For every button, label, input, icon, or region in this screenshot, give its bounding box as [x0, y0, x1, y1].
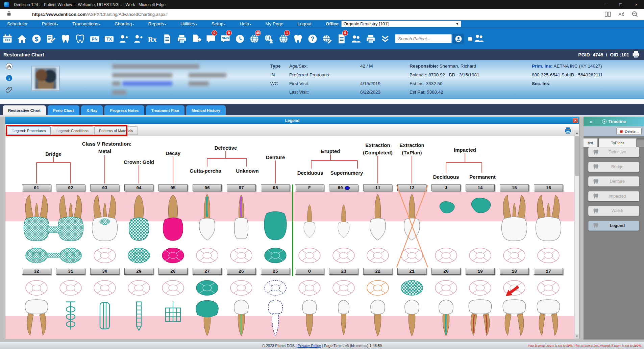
tooth-04[interactable]: [122, 193, 156, 245]
url-text[interactable]: https://www.denticon.com/ASPX/Charting/A…: [32, 12, 168, 17]
toolbar-add-account-icon[interactable]: [131, 31, 145, 46]
menu-item-utilities[interactable]: Utilities ▾: [173, 21, 204, 26]
sidebar-collapse-icon[interactable]: «: [590, 119, 592, 124]
print-page-icon[interactable]: [632, 50, 640, 59]
toolbar-tooth-chart-icon[interactable]: [58, 31, 73, 46]
tooth-number-16[interactable]: 16: [534, 184, 563, 191]
office-select[interactable]: Organic Dentistry [101] ▼: [341, 21, 461, 27]
tooth-number-30[interactable]: 30: [90, 268, 119, 275]
menu-item-patient[interactable]: Patient ▾: [35, 21, 65, 26]
tooth-number-04[interactable]: 04: [124, 184, 153, 191]
tooth-16[interactable]: [531, 193, 565, 245]
tooth-11[interactable]: [361, 193, 395, 245]
occlusal-23[interactable]: [332, 279, 355, 296]
tooth-number-22[interactable]: 22: [363, 268, 392, 275]
delete-button[interactable]: Delete...: [616, 128, 642, 135]
tooth-number-32[interactable]: 32: [22, 268, 51, 275]
toolbar-print-chart-icon[interactable]: [363, 31, 378, 46]
patient-info-icon[interactable]: i: [5, 74, 13, 83]
tooth-05[interactable]: [156, 193, 190, 245]
tooth-number-18[interactable]: 18: [500, 268, 529, 275]
sidebar-button-denture[interactable]: Denture: [588, 176, 639, 186]
occlusal-25[interactable]: [264, 279, 287, 296]
occlusal-04[interactable]: [127, 247, 151, 264]
sidebar-button-bridge[interactable]: Bridge: [588, 162, 639, 172]
toolbar-tooth-tools-icon[interactable]: [291, 31, 305, 46]
tooth-17[interactable]: [531, 298, 565, 339]
sidebar-button-defective[interactable]: Defective: [588, 147, 639, 157]
minimize-button[interactable]: –: [597, 0, 613, 9]
legend-tab-legend-procedures[interactable]: Legend: Procedures: [8, 126, 51, 135]
tooth-23[interactable]: [327, 298, 361, 339]
tooth-31[interactable]: [54, 298, 88, 339]
menu-item-help[interactable]: Help ▾: [232, 21, 258, 26]
tooth-32[interactable]: [20, 298, 53, 339]
tooth-number-20[interactable]: 20: [431, 268, 461, 275]
toolbar-web-updates-icon[interactable]: 48: [247, 31, 262, 46]
legend-tab-patterns-of-materials[interactable]: Patterns of Materials: [94, 126, 138, 135]
occlusal-15[interactable]: [502, 247, 526, 264]
menu-item-charting[interactable]: Charting ▾: [107, 21, 141, 26]
sidebar-button-impacted[interactable]: Impacted: [588, 191, 639, 201]
split-screen-icon[interactable]: [604, 10, 612, 19]
occlusal-03[interactable]: [93, 247, 117, 264]
collapse-panel-icon[interactable]: [5, 63, 13, 71]
tooth-number-21[interactable]: 21: [397, 268, 426, 275]
toolbar-web-edit-icon[interactable]: [320, 31, 334, 46]
tooth-number-28[interactable]: 28: [158, 268, 188, 275]
toolbar-messages-icon[interactable]: 0: [203, 31, 218, 46]
tooth-15[interactable]: [497, 193, 531, 245]
occlusal-20[interactable]: [434, 279, 458, 296]
scroll-down-icon[interactable]: ▼: [575, 334, 579, 339]
sidebar-button-watch[interactable]: Watch: [588, 206, 639, 216]
tooth-number-12[interactable]: 12: [397, 184, 426, 191]
toolbar-checkbox[interactable]: [468, 37, 472, 41]
toolbar-sms-messages-icon[interactable]: SMS0: [218, 31, 232, 46]
occlusal-J[interactable]: [434, 247, 458, 264]
tooth-number-01[interactable]: 01: [22, 184, 51, 191]
occlusal-16[interactable]: [537, 247, 560, 264]
menu-item-reports[interactable]: Reports ▾: [141, 21, 173, 26]
occlusal-01[interactable]: [25, 247, 48, 264]
toolbar-add-patient-icon[interactable]: [116, 31, 131, 46]
menu-item-my-page[interactable]: My Page: [258, 21, 290, 26]
tooth-07[interactable]: [224, 193, 258, 245]
tooth-26[interactable]: [224, 298, 258, 339]
tooth-number-14[interactable]: 14: [466, 184, 495, 191]
toolbar-patient-community-icon[interactable]: [262, 31, 276, 46]
tooth-12[interactable]: [395, 193, 429, 245]
toolbar-scheduler-icon[interactable]: [0, 31, 15, 46]
tooth-06[interactable]: [190, 193, 224, 245]
tab-progress-notes[interactable]: Progress Notes: [104, 105, 144, 115]
tooth-18[interactable]: [497, 298, 531, 339]
tooth-22[interactable]: [361, 298, 395, 339]
toolbar-progress-notes-icon[interactable]: PN: [87, 31, 102, 46]
tooth-J[interactable]: [429, 193, 463, 245]
multi-patient-icon[interactable]: [474, 33, 484, 45]
occlusal-O[interactable]: [298, 279, 321, 296]
occlusal-07[interactable]: [229, 247, 253, 264]
tooth-14[interactable]: [463, 193, 497, 245]
tooth-number-07[interactable]: 07: [227, 184, 256, 191]
occlusal-28[interactable]: [161, 279, 185, 296]
tab-restorative-chart[interactable]: Restorative Chart: [3, 105, 46, 115]
close-button[interactable]: ×: [628, 0, 644, 9]
tab-treatment-plan[interactable]: Treatment Plan: [146, 105, 184, 115]
tooth-number-11[interactable]: 11: [363, 184, 392, 191]
tooth-27[interactable]: [190, 298, 224, 339]
toolbar-time-clock-icon[interactable]: [232, 31, 247, 46]
occlusal-F[interactable]: [298, 247, 321, 264]
tooth-number-60[interactable]: 60: [329, 184, 358, 191]
occlusal-30[interactable]: [93, 279, 117, 296]
legend-print-icon[interactable]: [564, 127, 572, 135]
toolbar-treatment-plans-icon[interactable]: TX: [102, 31, 116, 46]
tooth-number-03[interactable]: 03: [90, 184, 119, 191]
tooth-number-27[interactable]: 27: [193, 268, 222, 275]
legend-tab-legend-conditions[interactable]: Legend: Conditions: [52, 126, 93, 135]
occlusal-12[interactable]: [400, 247, 424, 264]
tooth-O[interactable]: [293, 298, 326, 339]
timeline-tab-txplans[interactable]: TxPlans: [599, 138, 637, 147]
tooth-60[interactable]: [327, 193, 361, 245]
tooth-number-08[interactable]: 08: [261, 184, 290, 191]
occlusal-18[interactable]: [502, 279, 526, 296]
